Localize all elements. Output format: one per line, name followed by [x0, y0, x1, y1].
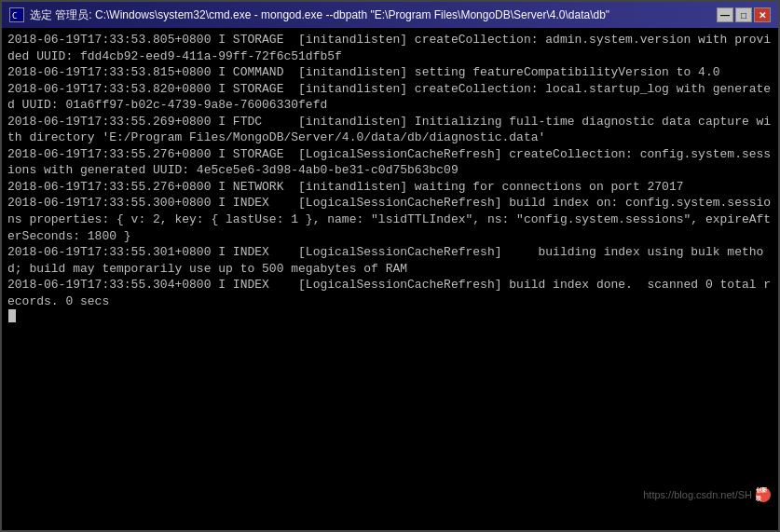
- close-button[interactable]: ✕: [754, 7, 771, 22]
- window-title: 选定 管理员: C:\Windows\system32\cmd.exe - mo…: [30, 7, 609, 23]
- log-line: 2018-06-19T17:33:55.276+0800 I NETWORK […: [7, 179, 773, 196]
- minimize-button[interactable]: —: [717, 7, 733, 22]
- cursor: [8, 309, 16, 322]
- title-bar-left: C 选定 管理员: C:\Windows\system32\cmd.exe - …: [9, 7, 609, 23]
- log-line: 2018-06-19T17:33:53.805+0800 I STORAGE […: [7, 32, 773, 64]
- maximize-button[interactable]: □: [735, 7, 752, 22]
- log-line: 2018-06-19T17:33:55.301+0800 I INDEX [Lo…: [7, 244, 773, 277]
- console-output[interactable]: 2018-06-19T17:33:53.805+0800 I STORAGE […: [2, 28, 778, 510]
- logo-text: 创新联: [756, 486, 771, 503]
- watermark-text: https://blog.csdn.net/SH: [643, 489, 752, 500]
- cursor-line: [7, 309, 773, 322]
- log-line: 2018-06-19T17:33:53.815+0800 I COMMAND […: [7, 64, 773, 81]
- log-line: 2018-06-19T17:33:55.300+0800 I INDEX [Lo…: [7, 195, 773, 244]
- cmd-icon: C: [9, 7, 24, 22]
- watermark: https://blog.csdn.net/SH 创新联: [643, 487, 771, 502]
- title-bar: C 选定 管理员: C:\Windows\system32\cmd.exe - …: [2, 2, 778, 28]
- log-line: 2018-06-19T17:33:53.820+0800 I STORAGE […: [7, 81, 773, 114]
- log-line: 2018-06-19T17:33:55.276+0800 I STORAGE […: [7, 146, 773, 179]
- bottom-bar: [2, 510, 778, 530]
- svg-text:C: C: [12, 11, 17, 20]
- watermark-logo: 创新联: [756, 487, 771, 502]
- cmd-window: C 选定 管理员: C:\Windows\system32\cmd.exe - …: [0, 0, 780, 532]
- window-controls: — □ ✕: [717, 7, 771, 22]
- log-line: 2018-06-19T17:33:55.269+0800 I FTDC [ini…: [7, 114, 773, 146]
- log-line: 2018-06-19T17:33:55.304+0800 I INDEX [Lo…: [7, 277, 773, 309]
